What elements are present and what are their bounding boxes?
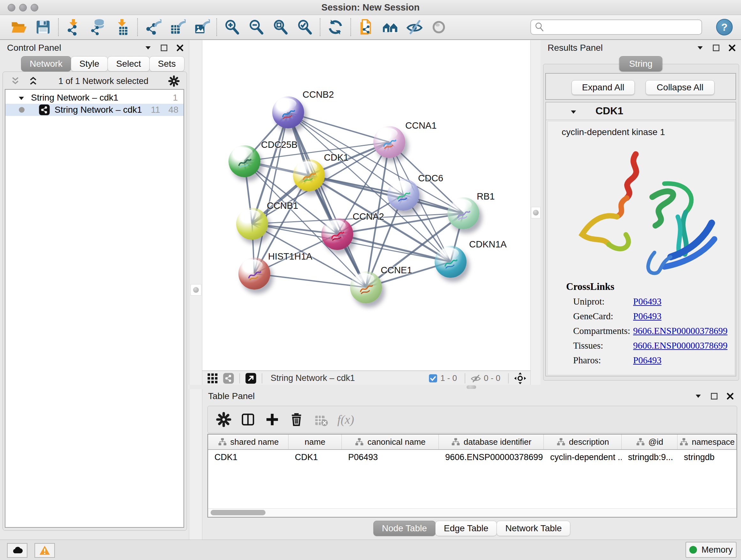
column-header-database-identifier[interactable]: database identifier [439,435,544,449]
add-column-icon[interactable] [265,412,280,427]
network-list-toolbar: 1 of 1 Network selected [3,74,187,88]
pan-crosshair-icon[interactable] [514,372,527,385]
column-header-namespace[interactable]: namespace [677,435,737,449]
share-document-button[interactable] [355,17,377,37]
network-row[interactable]: String Network – cdk1 11 48 [5,104,184,116]
table-row[interactable]: CDK1CDK1P064939606.ENSP00000378699cyclin… [208,450,737,464]
crosslink-link[interactable]: P06493 [633,296,662,307]
network-node-rb1[interactable] [448,197,479,229]
network-node-ccnb2[interactable] [272,97,304,128]
string-home-button[interactable] [380,17,401,37]
detach-view-icon[interactable] [245,373,257,384]
tab-string[interactable]: String [619,56,662,71]
table-cell: P06493 [342,450,439,464]
zoom-in-button[interactable] [221,17,243,37]
table-menu-icon[interactable] [694,392,703,401]
import-database-button[interactable] [87,17,109,37]
network-collection-row[interactable]: String Network – cdk1 1 [5,91,184,104]
node-table[interactable]: shared namenamecanonical namedatabase id… [207,434,737,517]
delete-column-icon[interactable] [289,412,304,427]
table-close-icon[interactable] [726,392,735,401]
import-table-button[interactable] [112,17,133,37]
refresh-network-button[interactable] [325,17,346,37]
table-float-icon[interactable] [710,392,719,401]
network-node-hist1h1a[interactable] [239,258,270,290]
control-panel-title: Control Panel [7,43,61,53]
open-session-button[interactable] [8,17,29,37]
horizontal-splitter[interactable] [189,385,741,389]
results-float-icon[interactable] [712,44,721,52]
left-splitter-handle[interactable] [191,284,201,296]
hide-unselected-button[interactable] [404,17,425,37]
network-node-ccne1[interactable] [350,271,382,303]
tab-sets[interactable]: Sets [149,56,185,71]
hidden-eye-slash-icon [470,373,481,384]
network-node-ccnb1[interactable] [236,208,268,240]
tab-node-table[interactable]: Node Table [374,521,435,536]
float-panel-icon[interactable] [159,44,169,52]
collection-expander-icon[interactable] [17,94,26,102]
network-options-gear-icon[interactable] [168,75,180,87]
network-canvas[interactable]: CCNB2CCNA1CDC25BCDK1CDC6RB1CCNB1CCNA2CDK… [202,40,530,370]
cloud-status-button[interactable] [7,543,27,558]
column-header-id[interactable]: @id [622,435,677,449]
search-input[interactable] [530,19,702,35]
node-label-hist1h1a: HIST1H1A [268,251,313,262]
collapse-all-button[interactable]: Collapse All [646,80,715,95]
column-header-shared-name[interactable]: shared name [208,435,288,449]
crosslink-link[interactable]: P06493 [633,311,662,321]
section-expander-icon[interactable] [569,108,578,115]
zoom-selected-button[interactable] [294,17,315,37]
tab-network-table[interactable]: Network Table [496,521,570,536]
protein-description: cyclin-dependent kinase 1 [562,127,665,137]
network-node-ccna1[interactable] [374,126,405,158]
tab-style[interactable]: Style [71,56,108,71]
help-button[interactable]: ? [716,19,733,36]
network-overview-share-icon[interactable] [223,373,234,384]
zoom-fit-button[interactable] [270,17,291,37]
network-node-cdc25b[interactable] [228,145,260,177]
column-header-name[interactable]: name [288,435,342,449]
zoom-out-button[interactable] [246,17,267,37]
right-splitter-handle[interactable] [531,207,541,219]
expand-all-icon[interactable] [28,76,39,86]
export-table-button[interactable] [166,17,188,37]
network-node-ccna2[interactable] [321,218,353,250]
show-columns-icon[interactable] [240,412,256,427]
warnings-button[interactable] [35,543,55,558]
save-session-button[interactable] [32,17,54,37]
crosslink-link[interactable]: P06493 [633,355,662,366]
birds-eye-view-icon[interactable] [207,373,218,384]
right-splitter[interactable] [530,40,541,385]
tab-network[interactable]: Network [21,56,71,71]
protein-section-header[interactable]: CDK1 [546,103,736,120]
export-image-button[interactable] [191,17,212,37]
memory-button[interactable]: Memory [685,542,737,558]
results-close-icon[interactable] [728,44,737,52]
expand-all-button[interactable]: Expand All [571,80,635,95]
main-toolbar: ? [0,15,741,40]
panel-menu-icon[interactable] [144,44,152,52]
tab-edge-table[interactable]: Edge Table [435,521,497,536]
left-splitter[interactable] [189,40,202,540]
horizontal-splitter-handle[interactable] [467,385,476,389]
column-header-canonical-name[interactable]: canonical name [342,435,439,449]
table-settings-gear-icon[interactable] [216,412,231,427]
crosslink-link[interactable]: 9606.ENSP00000378699 [633,340,728,351]
table-scrollbar-thumb[interactable] [211,510,266,515]
network-node-cdkn1a[interactable] [434,246,467,278]
network-node-cdk1[interactable] [293,159,325,191]
close-panel-icon[interactable] [176,44,185,52]
import-network-button[interactable] [63,17,84,37]
network-node-cdc6[interactable] [387,179,419,211]
column-header-description[interactable]: description [544,435,622,449]
tab-select[interactable]: Select [108,56,150,71]
export-network-button[interactable] [142,17,163,37]
collapse-all-icon[interactable] [10,76,21,86]
toggle-preview-button[interactable] [428,17,449,37]
results-menu-icon[interactable] [696,44,704,52]
table-horizontal-scrollbar[interactable] [208,508,737,517]
selected-checkbox-icon[interactable] [428,374,438,383]
search-field-wrap [530,19,702,35]
crosslink-link[interactable]: 9606.ENSP00000378699 [633,326,728,336]
